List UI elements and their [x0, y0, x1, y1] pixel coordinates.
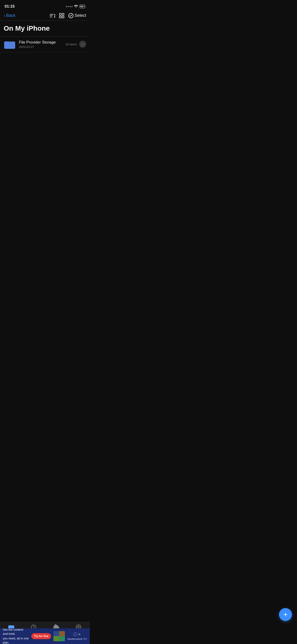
back-label: Back [6, 13, 16, 18]
ellipsis-icon: ··· [81, 42, 84, 46]
battery-icon: 94 [80, 4, 85, 8]
file-meta: 19 Items ··· [66, 41, 86, 48]
file-count: 19 Items [66, 42, 77, 46]
svg-rect-7 [62, 16, 64, 18]
select-button[interactable]: Select [68, 13, 86, 18]
svg-rect-5 [62, 13, 64, 15]
page-title-section: On My iPhone [0, 21, 90, 36]
file-name: File Provider Storage [19, 40, 62, 45]
select-label: Select [74, 13, 86, 18]
svg-rect-9 [4, 42, 15, 49]
sort-button[interactable] [50, 13, 55, 18]
file-date: 2023-02-27 [19, 45, 62, 48]
folder-icon [4, 39, 16, 49]
nav-actions: Select [50, 13, 86, 18]
status-bar: 01:15 94 [0, 0, 90, 12]
nav-bar: ‹ Back [0, 12, 90, 20]
wifi-icon [74, 4, 78, 8]
file-list: File Provider Storage 2023-02-27 19 Item… [0, 36, 90, 52]
page-title: On My iPhone [4, 24, 86, 32]
svg-rect-4 [60, 13, 61, 15]
file-info: File Provider Storage 2023-02-27 [19, 40, 62, 48]
grid-view-button[interactable] [59, 13, 64, 18]
more-options-button[interactable]: ··· [79, 41, 86, 48]
status-time: 01:15 [4, 4, 14, 9]
select-check-icon [68, 13, 74, 18]
svg-rect-6 [60, 16, 61, 18]
status-icons: 94 [66, 4, 85, 8]
battery-level: 94 [80, 5, 83, 8]
signal-icon [66, 6, 72, 7]
table-row[interactable]: File Provider Storage 2023-02-27 19 Item… [0, 36, 90, 52]
back-chevron-icon: ‹ [4, 13, 5, 18]
main-content [0, 52, 90, 168]
back-button[interactable]: ‹ Back [4, 13, 16, 18]
